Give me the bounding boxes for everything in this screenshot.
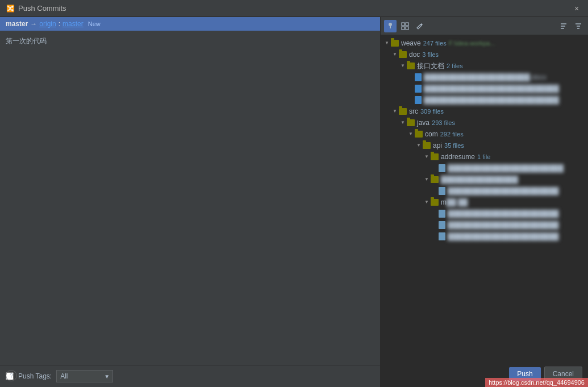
svg-rect-1 (390, 26, 391, 28)
blur-file2-name: ███████████████████████ (448, 209, 559, 219)
file-add-name: ████████████████████████ (448, 163, 564, 173)
file-java2-icon (439, 187, 445, 195)
folder-blur2-icon (431, 199, 439, 206)
file-doc-icon (415, 73, 422, 81)
tree-node-doc[interactable]: ▼ doc 3 files (381, 49, 588, 60)
window-title: Push Commits (18, 4, 571, 13)
tree-node-blur-file2[interactable]: ███████████████████████ (381, 208, 588, 219)
tree-node-java[interactable]: ▼ java 293 files (381, 117, 588, 128)
folder-weave-icon (391, 40, 399, 47)
toolbar-btn-1[interactable] (384, 20, 397, 32)
app-icon: 🔀 (6, 4, 15, 13)
com-count: 292 files (440, 129, 464, 139)
tree-node-addresume[interactable]: ▼ addresume 1 file (381, 151, 588, 163)
branch-origin[interactable]: origin (39, 20, 56, 28)
file-doc2-icon (415, 85, 422, 93)
toggle-blur2[interactable]: ▼ (423, 197, 431, 207)
file-java5-icon (439, 232, 445, 240)
tree-node-jiekou[interactable]: ▼ 接口文档 2 files (381, 60, 588, 72)
new-badge: New (88, 20, 101, 27)
toggle-weave[interactable]: ▼ (383, 38, 391, 48)
toggle-addresume[interactable]: ▼ (423, 152, 431, 162)
addresume-count: 1 file (477, 152, 490, 162)
tree-node-blur-file4[interactable]: ███████████████████████ (381, 231, 588, 242)
blur-file1-name: ███████████████████████ (448, 186, 559, 196)
file-tree[interactable]: ▼ weave 247 files F:\idea-workpa... ▼ do… (381, 35, 588, 387)
weave-count: 247 files (423, 38, 447, 48)
tree-node-com[interactable]: ▼ com 292 files (381, 128, 588, 140)
toolbar-btn-2[interactable] (399, 20, 411, 32)
tree-node-blur-folder2[interactable]: ▼ m ██ ██ (381, 197, 588, 208)
watermark: https://blog.csdn.net/qq_44694906 (485, 378, 588, 387)
tree-node-src[interactable]: ▼ src 309 files (381, 106, 588, 117)
folder-blur1-icon (431, 176, 439, 183)
tags-dropdown-wrapper: All ▼ (56, 370, 113, 382)
tree-node-api[interactable]: ▼ api 35 files (381, 140, 588, 151)
toggle-jiekou[interactable]: ▼ (399, 61, 407, 71)
close-button[interactable]: × (571, 3, 582, 14)
branch-header: master → origin : master New (0, 17, 380, 31)
tree-node-blur-folder1[interactable]: ▼ ████████████████ (381, 174, 588, 185)
api-count: 35 files (444, 140, 464, 151)
pin-icon (386, 22, 394, 30)
file-java3-icon (439, 210, 445, 218)
branch-colon: : (59, 20, 60, 28)
toggle-blur1[interactable]: ▼ (423, 174, 431, 185)
blur-file3-name: ███████████████████████ (448, 220, 559, 230)
main-container: master → origin : master New 第一次的代码 Push… (0, 17, 588, 387)
src-count: 309 files (420, 106, 444, 116)
folder-jiekou-name: 接口文档 (417, 61, 444, 71)
tags-dropdown[interactable]: All (56, 370, 113, 382)
svg-rect-5 (406, 27, 408, 30)
java-count: 293 files (432, 118, 455, 128)
sort-icon (560, 22, 568, 30)
folder-java-icon (407, 119, 415, 126)
folder-doc-icon (399, 51, 407, 58)
blur-folder2-rest: ██ ██ (447, 197, 468, 207)
file-java1-icon (439, 164, 445, 172)
tree-node-blur-file1[interactable]: ███████████████████████ (381, 185, 588, 197)
branch-arrow: → (30, 20, 37, 28)
file-java4-icon (439, 221, 445, 229)
folder-jiekou-icon (407, 63, 415, 69)
toggle-doc[interactable]: ▼ (391, 49, 399, 60)
file-doc3-icon (415, 96, 422, 104)
folder-api-name: api (433, 140, 442, 151)
svg-rect-4 (402, 27, 404, 30)
folder-java-name: java (417, 118, 429, 128)
right-toolbar (381, 17, 588, 35)
file3-name: ████████████████████████████ (424, 95, 559, 105)
tree-node-weave[interactable]: ▼ weave 247 files F:\idea-workpa... (381, 38, 588, 49)
tree-node-file1[interactable]: ██████████████████████.docx (381, 72, 588, 83)
blur-folder2-name: m (441, 197, 447, 207)
toolbar-btn-5[interactable] (572, 20, 585, 32)
toolbar-btn-4[interactable] (557, 20, 570, 32)
file2-name: ████████████████████████████ (424, 84, 559, 94)
title-bar: 🔀 Push Commits × (0, 0, 588, 17)
tree-node-file3[interactable]: ████████████████████████████ (381, 94, 588, 106)
left-panel: master → origin : master New 第一次的代码 Push… (0, 17, 381, 387)
grid-icon (401, 22, 409, 30)
toggle-com[interactable]: ▼ (407, 129, 415, 139)
toggle-src[interactable]: ▼ (391, 106, 399, 116)
branch-to[interactable]: master (62, 20, 84, 28)
help-button[interactable]: ? (6, 370, 17, 381)
svg-rect-3 (406, 23, 408, 26)
right-panel: ▼ weave 247 files F:\idea-workpa... ▼ do… (381, 17, 588, 387)
tree-node-file2[interactable]: ████████████████████████████ (381, 83, 588, 94)
commit-item: 第一次的代码 (6, 35, 374, 47)
tree-node-file-addresume[interactable]: ████████████████████████ (381, 163, 588, 174)
svg-rect-2 (402, 23, 404, 26)
toggle-api[interactable]: ▼ (415, 140, 423, 151)
folder-addresume-icon (431, 153, 439, 160)
edit-icon (416, 22, 424, 30)
filter-icon (574, 22, 582, 30)
tree-node-blur-file3[interactable]: ███████████████████████ (381, 219, 588, 231)
toggle-java[interactable]: ▼ (399, 118, 407, 128)
blur-file4-name: ███████████████████████ (448, 231, 559, 242)
folder-doc-name: doc (409, 49, 420, 60)
folder-src-icon (399, 108, 407, 115)
folder-api-icon (423, 142, 431, 149)
push-tags-label: Push Tags: (18, 372, 52, 380)
toolbar-btn-3[interactable] (414, 20, 426, 32)
